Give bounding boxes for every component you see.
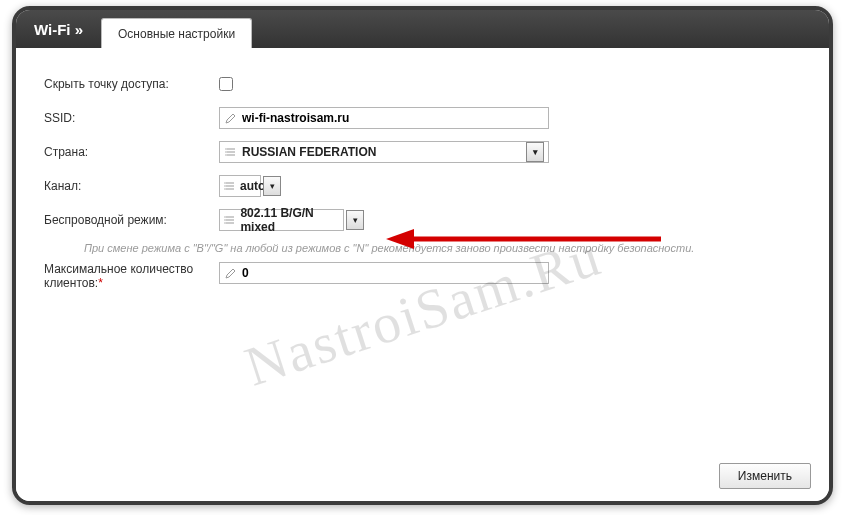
svg-point-8 bbox=[224, 222, 225, 223]
row-country: Страна: RUSSIAN FEDERATION ▾ bbox=[44, 140, 805, 164]
row-ssid: SSID: bbox=[44, 106, 805, 130]
select-wireless-mode-value: 802.11 B/G/N mixed bbox=[240, 206, 339, 234]
label-hide-ap: Скрыть точку доступа: bbox=[44, 77, 219, 91]
app-frame: Wi-Fi » Основные настройки ◀ Скрыть точк… bbox=[12, 6, 833, 505]
list-icon bbox=[224, 213, 236, 227]
select-channel[interactable]: auto bbox=[219, 175, 261, 197]
select-country[interactable]: RUSSIAN FEDERATION ▾ bbox=[219, 141, 549, 163]
svg-point-6 bbox=[224, 216, 225, 217]
apply-button[interactable]: Изменить bbox=[719, 463, 811, 489]
content-area: Скрыть точку доступа: SSID: Страна: bbox=[16, 48, 829, 501]
label-max-clients: Максимальное количество клиентов:* bbox=[44, 262, 219, 290]
input-ssid-box bbox=[219, 107, 549, 129]
input-max-clients-box bbox=[219, 262, 549, 284]
svg-point-0 bbox=[225, 148, 226, 149]
pencil-icon bbox=[224, 266, 238, 280]
chevron-down-icon[interactable]: ▾ bbox=[526, 142, 544, 162]
row-channel: Канал: auto ▾ bbox=[44, 174, 805, 198]
input-max-clients[interactable] bbox=[242, 266, 532, 280]
svg-point-4 bbox=[224, 185, 225, 186]
label-ssid: SSID: bbox=[44, 111, 219, 125]
chevron-down-icon[interactable]: ▾ bbox=[346, 210, 364, 230]
select-wireless-mode[interactable]: 802.11 B/G/N mixed bbox=[219, 209, 344, 231]
svg-point-3 bbox=[224, 182, 225, 183]
list-icon bbox=[224, 145, 238, 159]
row-hide-ap: Скрыть точку доступа: bbox=[44, 72, 805, 96]
select-channel-value: auto bbox=[240, 179, 265, 193]
select-country-value: RUSSIAN FEDERATION bbox=[242, 145, 376, 159]
svg-point-7 bbox=[224, 219, 225, 220]
chevron-down-icon[interactable]: ▾ bbox=[263, 176, 281, 196]
svg-point-1 bbox=[225, 151, 226, 152]
svg-point-5 bbox=[224, 188, 225, 189]
pencil-icon bbox=[224, 111, 238, 125]
tab-basic-settings[interactable]: Основные настройки bbox=[101, 18, 252, 49]
label-country: Страна: bbox=[44, 145, 219, 159]
breadcrumb[interactable]: Wi-Fi » bbox=[26, 21, 101, 48]
label-wireless-mode: Беспроводной режим: bbox=[44, 213, 219, 227]
list-icon bbox=[224, 179, 236, 193]
row-max-clients: Максимальное количество клиентов:* bbox=[44, 262, 805, 290]
checkbox-hide-ap[interactable] bbox=[219, 77, 233, 91]
footer: Изменить bbox=[719, 463, 811, 489]
input-ssid[interactable] bbox=[242, 111, 532, 125]
mode-change-note: При смене режима с "B"/"G" на любой из р… bbox=[84, 242, 805, 254]
row-wireless-mode: Беспроводной режим: 802.11 B/G/N mixed ▾ bbox=[44, 208, 805, 232]
svg-point-2 bbox=[225, 154, 226, 155]
header-bar: Wi-Fi » Основные настройки bbox=[16, 10, 829, 48]
label-channel: Канал: bbox=[44, 179, 219, 193]
